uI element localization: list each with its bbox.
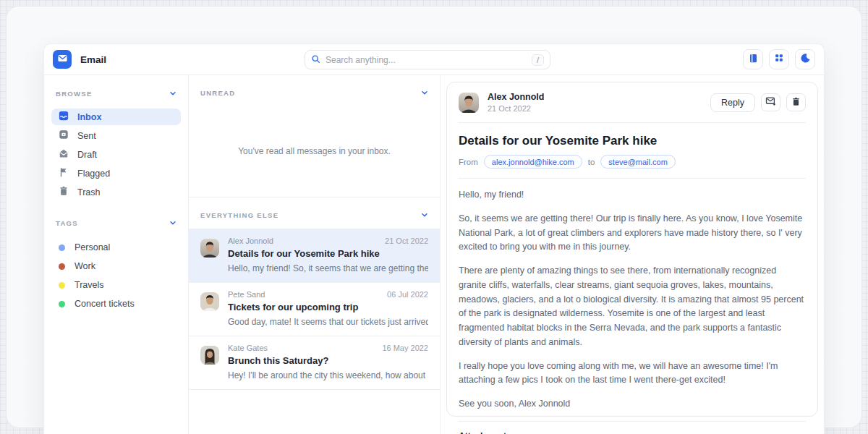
tag-color-dot: [59, 282, 65, 289]
tag-item-work[interactable]: Work: [51, 257, 181, 276]
envelope-plus-icon: [765, 95, 776, 109]
tags-section-header[interactable]: TAGS: [51, 215, 181, 238]
delete-email-button[interactable]: [786, 93, 806, 111]
trash-icon: [59, 186, 69, 198]
tag-color-dot: [59, 244, 65, 251]
browse-section-header[interactable]: BROWSE: [51, 85, 181, 109]
search-icon: [311, 54, 320, 67]
email-sender: Kate Gates: [228, 344, 268, 352]
email-list-item[interactable]: Pete Sand 06 Jul 2022 Tickets for our up…: [189, 282, 440, 336]
chevron-down-icon[interactable]: [169, 216, 176, 229]
email-sender: Pete Sand: [228, 290, 265, 299]
email-subject: Brunch this Saturday?: [228, 355, 428, 366]
sidebar-item-label: Sent: [77, 131, 96, 141]
browse-section-label: BROWSE: [56, 90, 93, 98]
sent-icon: [59, 129, 69, 142]
email-detail-card: Alex Jonnold 21 Oct 2022 Reply: [446, 82, 818, 417]
detail-header: Alex Jonnold 21 Oct 2022 Reply: [459, 92, 806, 113]
chevron-down-icon[interactable]: [421, 208, 428, 221]
moon-icon: [800, 53, 811, 67]
apps-grid-button[interactable]: [769, 49, 789, 69]
tag-item-travels[interactable]: Travels: [51, 276, 181, 294]
sidebar-item-label: Flagged: [77, 169, 110, 179]
tags-section: TAGS Personal Work Travels: [51, 215, 181, 313]
search-input[interactable]: [326, 55, 532, 65]
topbar-actions: [743, 49, 815, 69]
email-list-item[interactable]: Alex Jonnold 21 Oct 2022 Details for our…: [189, 229, 440, 282]
email-summary: Pete Sand 06 Jul 2022 Tickets for our up…: [228, 290, 428, 327]
sidebar: BROWSE Inbox Sent: [44, 75, 189, 434]
sidebar-item-flagged[interactable]: Flagged: [51, 165, 181, 182]
tag-item-concert-tickets[interactable]: Concert tickets: [51, 294, 181, 313]
tags-section-label: TAGS: [56, 219, 78, 227]
to-label: to: [588, 158, 595, 166]
trash-icon: [791, 96, 801, 109]
sidebar-item-trash[interactable]: Trash: [51, 184, 181, 200]
inbox-icon: [59, 111, 69, 123]
body-paragraph: I really hope you love coming along with…: [459, 359, 806, 388]
email-sender: Alex Jonnold: [228, 237, 273, 245]
detail-date: 21 Oct 2022: [488, 104, 544, 113]
reading-list-button[interactable]: [743, 49, 763, 69]
email-preview: Good day, mate! It seems that our ticket…: [228, 317, 428, 327]
from-to-row: From alex.jonnold@hike.com to steve@mail…: [459, 155, 806, 169]
avatar: [200, 239, 219, 258]
mail-list-column: UNREAD You've read all messages in your …: [189, 75, 441, 434]
chevron-down-icon[interactable]: [421, 86, 428, 99]
sidebar-item-sent[interactable]: Sent: [51, 127, 181, 144]
detail-subject: Details for our Yosemite Park hike: [459, 134, 806, 148]
sidebar-item-label: Trash: [77, 187, 101, 197]
unread-section: UNREAD You've read all messages in your …: [189, 75, 440, 197]
avatar: [459, 93, 479, 113]
sidebar-item-inbox[interactable]: Inbox: [51, 109, 181, 125]
body-paragraph: So, it seems we are getting there! Our t…: [459, 212, 806, 255]
reply-button[interactable]: Reply: [710, 93, 755, 112]
email-date: 06 Jul 2022: [387, 290, 428, 299]
unread-section-header[interactable]: UNREAD: [189, 75, 440, 106]
to-email-chip[interactable]: steve@mail.com: [600, 155, 675, 169]
tag-label: Travels: [75, 280, 104, 290]
avatar: [200, 292, 219, 311]
everything-else-section: EVERYTHING ELSE Alex Jonnold 21 Oct 2022: [189, 197, 440, 390]
draft-icon: [59, 148, 69, 161]
email-preview: Hey! I'll be around the city this weeken…: [228, 370, 428, 380]
email-app-window: Email /: [43, 43, 825, 434]
tag-color-dot: [59, 301, 65, 307]
tag-label: Personal: [75, 242, 110, 252]
from-email-chip[interactable]: alex.jonnold@hike.com: [484, 155, 582, 169]
tag-item-personal[interactable]: Personal: [51, 238, 181, 257]
email-date: 16 May 2022: [382, 344, 428, 352]
search-bar[interactable]: /: [305, 50, 550, 69]
email-date: 21 Oct 2022: [385, 237, 428, 245]
app-title: Email: [80, 54, 106, 65]
tag-label: Work: [75, 261, 95, 271]
chevron-down-icon[interactable]: [169, 87, 176, 100]
search-shortcut-key: /: [532, 54, 544, 66]
from-label: From: [459, 158, 478, 166]
flag-icon: [59, 167, 69, 179]
email-subject: Tickets for our upcoming trip: [228, 302, 428, 312]
sidebar-item-label: Inbox: [77, 112, 101, 122]
email-subject: Details for our Yosemite Park hike: [228, 248, 428, 259]
email-list-item[interactable]: Kate Gates 16 May 2022 Brunch this Satur…: [189, 336, 440, 390]
app-logo: [53, 50, 72, 69]
avatar: [200, 346, 219, 365]
body-paragraph: Hello, my friend!: [459, 188, 806, 203]
unread-section-label: UNREAD: [200, 89, 235, 97]
everything-else-section-label: EVERYTHING ELSE: [200, 211, 278, 219]
email-preview: Hello, my friend! So, it seems that we a…: [228, 263, 428, 273]
body-paragraph: See you soon, Alex Jonnold: [459, 397, 806, 412]
grid-icon: [774, 53, 784, 66]
dark-mode-toggle[interactable]: [795, 49, 815, 69]
everything-else-section-header[interactable]: EVERYTHING ELSE: [189, 197, 440, 229]
email-summary: Alex Jonnold 21 Oct 2022 Details for our…: [228, 237, 428, 273]
email-detail-column: Alex Jonnold 21 Oct 2022 Reply: [441, 75, 824, 434]
tag-label: Concert tickets: [75, 299, 135, 309]
sidebar-item-draft[interactable]: Draft: [51, 146, 181, 163]
tag-color-dot: [59, 263, 65, 270]
book-icon: [748, 53, 759, 67]
divider: [459, 421, 806, 422]
sidebar-item-label: Draft: [77, 150, 97, 160]
envelope-logo-icon: [57, 53, 68, 67]
mark-unread-button[interactable]: [761, 93, 780, 111]
